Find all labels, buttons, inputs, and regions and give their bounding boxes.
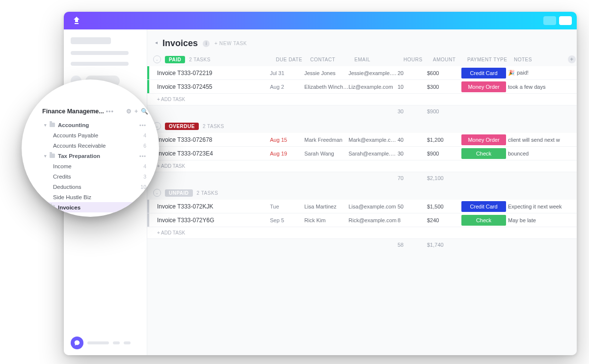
hours-cell[interactable]: 50 [398, 204, 427, 209]
email-cell[interactable]: Rick@example.com [348, 217, 398, 223]
sidebar-list-item[interactable]: Accounts Receivable6 [42, 140, 148, 151]
column-header[interactable]: NOTES [514, 57, 568, 62]
amount-cell[interactable]: $600 [427, 70, 461, 76]
hours-cell[interactable]: 20 [398, 70, 427, 76]
page-title: Invoices [162, 38, 198, 49]
topbar-toggle-b[interactable] [559, 16, 572, 25]
task-name: Invoice T333-072678 [153, 136, 213, 143]
notes-cell[interactable]: May be late [508, 217, 562, 223]
due-date[interactable]: Aug 19 [270, 151, 304, 156]
tasks-count: 2 TASKS [189, 57, 211, 62]
email-cell[interactable]: Liz@example.com [348, 84, 398, 90]
hours-cell[interactable]: 40 [398, 137, 427, 143]
column-header[interactable]: HOURS [403, 57, 433, 62]
folder-icon [50, 205, 55, 209]
email-cell[interactable]: Mark@example.com [348, 137, 398, 143]
column-header[interactable]: CONTACT [310, 57, 354, 62]
table-row[interactable]: Invoice T333-072Y6GSep 5Rick KimRick@exa… [147, 213, 577, 227]
amount-cell[interactable]: $240 [427, 217, 461, 223]
sidebar-list-item[interactable]: Income4 [42, 161, 148, 171]
payment-type-badge[interactable]: Credit Card [461, 201, 506, 212]
hours-cell[interactable]: 10 [398, 84, 427, 90]
group-header: ⌄PAID2 TASKSDUE DATECONTACTEMAILHOURSAMO… [147, 53, 577, 66]
amount-cell[interactable]: $1,500 [427, 204, 461, 209]
plus-icon[interactable]: + [134, 108, 138, 115]
table-row[interactable]: Invoice T333-072219Jul 31Jessie JonesJes… [147, 66, 577, 80]
folder-label: Tax Preparation [58, 153, 100, 159]
notes-cell[interactable]: client will send next w [508, 137, 562, 143]
notes-cell[interactable]: 🎉paid! [508, 70, 562, 76]
more-icon[interactable]: ••• [139, 122, 146, 128]
contact-cell[interactable]: Mark Freedman [304, 137, 348, 143]
page-header: ▸ Invoices i + NEW TASK [147, 38, 577, 53]
sidebar-folder[interactable]: ▾Accounting••• [42, 120, 148, 130]
amount-cell[interactable]: $300 [427, 84, 461, 90]
list-label: Deductions [53, 184, 81, 190]
sum-hours: 58 [398, 242, 427, 248]
chat-icon[interactable] [71, 337, 83, 349]
status-pill[interactable]: PAID [165, 56, 185, 63]
table-row[interactable]: Invoice T333-072KJKTueLisa MartinezLisa@… [147, 200, 577, 213]
notes-cell[interactable]: Expecting it next week [508, 204, 562, 209]
sidebar-list-item[interactable]: Deductions10 [42, 182, 148, 192]
folder-tree: ▾Accounting•••Accounts Payable4Accounts … [42, 120, 148, 217]
collapse-group-icon[interactable]: ⌄ [153, 55, 161, 63]
payment-type-badge[interactable]: Check [461, 148, 506, 159]
more-icon[interactable]: ••• [106, 108, 114, 115]
email-cell[interactable]: Lisa@example.com [348, 204, 398, 209]
app-logo-icon [72, 16, 81, 26]
table-row[interactable]: Invoice T333-072455Aug 2Elizabeth Winche… [147, 80, 577, 94]
payment-type-badge[interactable]: Credit Card [461, 68, 506, 78]
sidebar-skeleton [124, 341, 131, 344]
contact-cell[interactable]: Sarah Wang [304, 151, 348, 156]
add-column-button[interactable]: + [568, 55, 576, 63]
add-task-button[interactable]: + ADD TASK [147, 94, 577, 105]
add-task-button[interactable]: + ADD TASK [147, 227, 577, 239]
email-cell[interactable]: Sarah@example.com [348, 151, 398, 156]
due-date[interactable]: Aug 2 [270, 84, 304, 90]
payment-type-badge[interactable]: Money Order [461, 134, 506, 145]
chevron-icon: ▾ [44, 205, 47, 210]
column-header[interactable]: DUE DATE [276, 57, 310, 62]
new-task-button[interactable]: + NEW TASK [214, 41, 247, 46]
sidebar-popout: Finance Manageme... ••• ⚙ + 🔍 ▾Accountin… [22, 79, 159, 217]
payment-type-badge[interactable]: Money Order [461, 81, 506, 92]
status-pill[interactable]: OVERDUE [165, 123, 199, 130]
column-header[interactable]: EMAIL [354, 57, 403, 62]
contact-cell[interactable]: Lisa Martinez [304, 204, 348, 209]
contact-cell[interactable]: Elizabeth Wincheste [304, 84, 348, 90]
collapse-icon[interactable]: ▸ [155, 41, 158, 46]
sidebar-list-item[interactable]: Side Hustle Biz6 [42, 192, 148, 202]
amount-cell[interactable]: $1,200 [427, 137, 461, 143]
notes-cell[interactable]: took a few days [508, 84, 562, 90]
collapse-group-icon[interactable]: ⌄ [153, 189, 161, 197]
column-header[interactable]: AMOUNT [433, 57, 467, 62]
add-task-button[interactable]: + ADD TASK [147, 160, 577, 172]
table-row[interactable]: Invoice T333-072678Aug 15Mark FreedmanMa… [147, 133, 577, 147]
space-header[interactable]: Finance Manageme... ••• ⚙ + 🔍 [42, 108, 148, 115]
sum-hours: 30 [398, 108, 427, 114]
hours-cell[interactable]: 30 [398, 151, 427, 156]
more-icon[interactable]: ••• [139, 153, 146, 159]
contact-cell[interactable]: Rick Kim [304, 217, 348, 223]
due-date[interactable]: Jul 31 [270, 70, 304, 76]
email-cell[interactable]: Jessie@example.com [348, 70, 398, 76]
task-name: Invoice T333-072219 [153, 70, 213, 77]
status-pill[interactable]: UNPAID [165, 189, 193, 197]
hours-cell[interactable]: 8 [398, 217, 427, 223]
sidebar-list-item[interactable]: Credits3 [42, 171, 148, 182]
due-date[interactable]: Sep 5 [270, 217, 304, 223]
sidebar-folder[interactable]: ▾Tax Preparation••• [42, 151, 148, 161]
topbar-toggle-a[interactable] [543, 16, 556, 25]
column-header[interactable]: PAYMENT TYPE [467, 57, 514, 62]
due-date[interactable]: Aug 15 [270, 137, 304, 143]
amount-cell[interactable]: $900 [427, 151, 461, 156]
notes-cell[interactable]: bounced [508, 151, 562, 156]
gear-icon[interactable]: ⚙ [126, 108, 132, 115]
contact-cell[interactable]: Jessie Jones [304, 70, 348, 76]
table-row[interactable]: Invoice T333-0723E4Aug 19Sarah WangSarah… [147, 147, 577, 160]
due-date[interactable]: Tue [270, 204, 304, 209]
sidebar-list-item[interactable]: Accounts Payable4 [42, 130, 148, 140]
payment-type-badge[interactable]: Check [461, 215, 506, 226]
info-icon[interactable]: i [203, 40, 210, 47]
